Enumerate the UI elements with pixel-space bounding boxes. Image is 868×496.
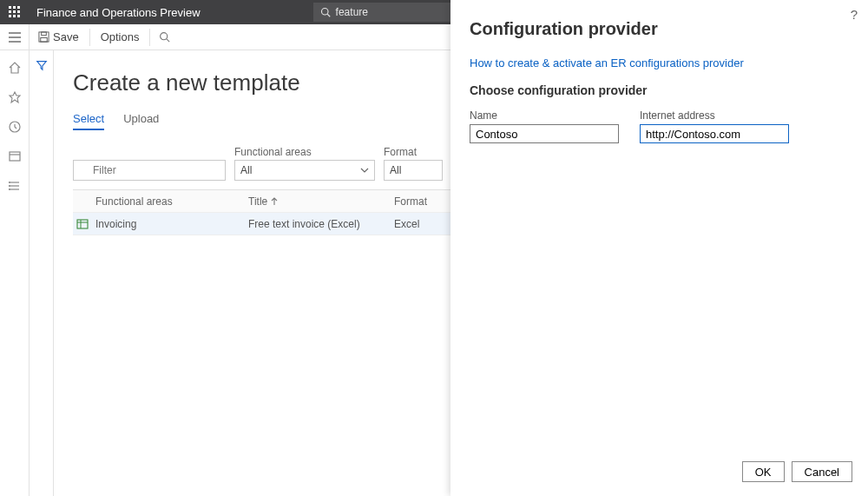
favorites-icon[interactable] bbox=[6, 89, 23, 106]
svg-rect-6 bbox=[9, 15, 11, 17]
search-icon bbox=[320, 7, 331, 17]
row-title: Free text invoice (Excel) bbox=[245, 218, 391, 230]
how-to-link[interactable]: How to create & activate an ER configura… bbox=[470, 56, 852, 69]
nav-toggle-icon[interactable] bbox=[0, 24, 30, 50]
options-label: Options bbox=[101, 30, 140, 43]
svg-rect-0 bbox=[9, 6, 11, 9]
pane-title: Configuration provider bbox=[470, 19, 852, 39]
save-button[interactable]: Save bbox=[30, 24, 88, 50]
pane-subtitle: Choose configuration provider bbox=[470, 83, 852, 97]
grid-header-functional-areas[interactable]: Functional areas bbox=[92, 195, 245, 208]
filter-icon bbox=[36, 59, 48, 71]
svg-rect-8 bbox=[17, 15, 20, 17]
save-icon bbox=[38, 31, 49, 43]
svg-rect-16 bbox=[41, 37, 47, 42]
ok-button[interactable]: OK bbox=[742, 461, 785, 482]
sort-asc-icon bbox=[271, 197, 278, 206]
filter-pane-toggle[interactable] bbox=[30, 50, 54, 496]
app-launcher-icon[interactable] bbox=[0, 0, 30, 24]
filter-label bbox=[73, 146, 226, 158]
svg-line-10 bbox=[327, 14, 330, 17]
svg-point-26 bbox=[9, 185, 10, 186]
row-format: Excel bbox=[391, 218, 443, 230]
name-label: Name bbox=[470, 109, 619, 122]
svg-rect-4 bbox=[13, 10, 16, 13]
format-label: Format bbox=[384, 146, 443, 158]
combo-value: All bbox=[390, 164, 401, 176]
name-input[interactable] bbox=[470, 124, 619, 143]
svg-rect-7 bbox=[13, 15, 16, 17]
left-nav-rail bbox=[0, 50, 30, 496]
grid-header-title[interactable]: Title bbox=[245, 195, 391, 208]
configuration-provider-pane: ? Configuration provider How to create &… bbox=[450, 0, 868, 496]
svg-rect-1 bbox=[13, 6, 16, 9]
separator bbox=[149, 29, 150, 46]
workspaces-icon[interactable] bbox=[6, 148, 23, 165]
help-icon[interactable]: ? bbox=[851, 7, 858, 22]
functional-areas-label: Functional areas bbox=[234, 146, 375, 158]
modules-icon[interactable] bbox=[6, 177, 23, 195]
row-functional-area: Invoicing bbox=[92, 218, 245, 230]
options-button[interactable]: Options bbox=[92, 24, 148, 50]
svg-rect-5 bbox=[17, 10, 20, 13]
svg-rect-15 bbox=[42, 32, 47, 36]
command-search-icon[interactable] bbox=[152, 24, 177, 50]
grid-header-title-label: Title bbox=[248, 195, 267, 208]
svg-rect-2 bbox=[17, 6, 20, 9]
cancel-button[interactable]: Cancel bbox=[792, 461, 852, 482]
svg-rect-30 bbox=[77, 220, 88, 228]
home-icon[interactable] bbox=[6, 59, 23, 76]
svg-point-17 bbox=[161, 33, 168, 40]
svg-point-25 bbox=[9, 182, 10, 182]
internet-address-label: Internet address bbox=[640, 109, 789, 122]
grid-header-format[interactable]: Format bbox=[391, 195, 443, 208]
tab-select[interactable]: Select bbox=[73, 112, 104, 130]
internet-address-input[interactable] bbox=[640, 124, 789, 143]
functional-areas-combo[interactable]: All bbox=[234, 160, 375, 181]
format-combo[interactable]: All bbox=[384, 160, 443, 181]
search-text: feature bbox=[336, 6, 368, 18]
svg-rect-3 bbox=[9, 10, 11, 13]
chevron-down-icon bbox=[360, 166, 369, 175]
separator bbox=[89, 29, 90, 46]
save-label: Save bbox=[53, 30, 79, 43]
filter-input[interactable] bbox=[73, 160, 226, 181]
app-title: Finance and Operations Preview bbox=[30, 6, 201, 19]
excel-icon bbox=[76, 219, 89, 229]
svg-rect-20 bbox=[10, 152, 20, 161]
svg-line-18 bbox=[167, 39, 169, 42]
combo-value: All bbox=[240, 164, 252, 176]
tab-upload[interactable]: Upload bbox=[123, 112, 159, 130]
recent-icon[interactable] bbox=[6, 118, 23, 136]
row-type-icon bbox=[73, 219, 92, 229]
svg-point-9 bbox=[321, 9, 328, 16]
svg-point-27 bbox=[9, 188, 10, 189]
